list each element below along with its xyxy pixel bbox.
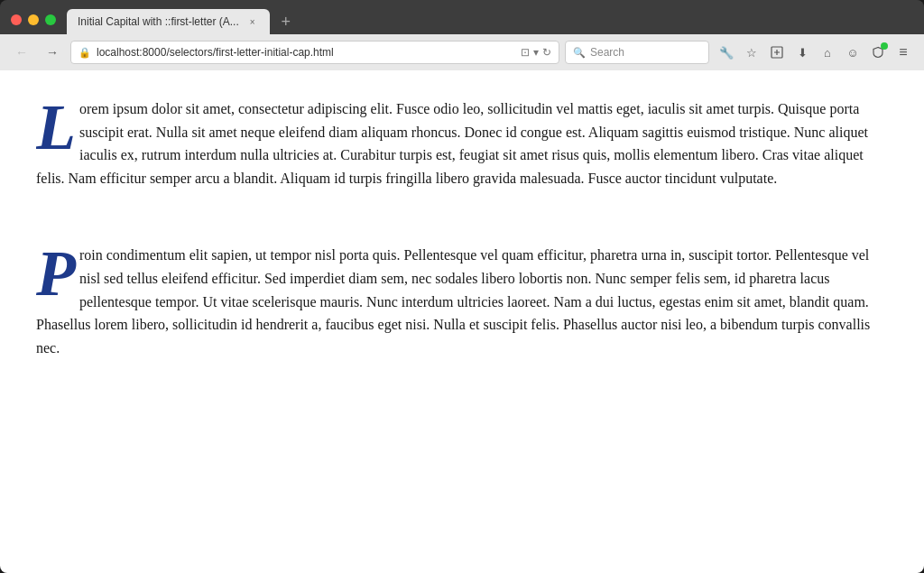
shield-icon[interactable] xyxy=(866,41,890,64)
title-bar: Initial Capital with ::first-letter (A..… xyxy=(0,0,924,34)
paragraph-block-2: P roin condimentum elit sapien, ut tempo… xyxy=(36,244,888,359)
first-letter-L: L xyxy=(36,103,76,152)
browser-window: Initial Capital with ::first-letter (A..… xyxy=(0,0,924,573)
address-bar[interactable]: 🔒 localhost:8000/selectors/first-letter-… xyxy=(70,41,559,64)
reader-icon[interactable]: ⊡ xyxy=(521,46,530,59)
page-content: L orem ipsum dolor sit amet, consectetur… xyxy=(0,70,924,573)
download-icon[interactable]: ⬇ xyxy=(790,41,814,64)
new-tab-button[interactable]: + xyxy=(273,9,299,34)
tabs-container: Initial Capital with ::first-letter (A..… xyxy=(67,9,924,34)
back-button[interactable]: ← xyxy=(9,40,34,65)
wrench-icon[interactable]: 🔧 xyxy=(715,41,738,64)
tab-title: Initial Capital with ::first-letter (A..… xyxy=(78,15,239,28)
nav-bar: ← → 🔒 localhost:8000/selectors/first-let… xyxy=(0,34,924,70)
emoji-icon[interactable]: ☺ xyxy=(841,41,864,64)
para2-text: roin condimentum elit sapien, ut tempor … xyxy=(36,247,870,355)
active-tab[interactable]: Initial Capital with ::first-letter (A..… xyxy=(67,9,270,34)
dropdown-icon[interactable]: ▾ xyxy=(533,46,539,59)
forward-icon: → xyxy=(46,45,59,60)
back-icon: ← xyxy=(15,45,28,60)
star-icon[interactable]: ☆ xyxy=(740,41,763,64)
secure-icon: 🔒 xyxy=(79,47,91,59)
search-icon: 🔍 xyxy=(573,47,586,59)
home-icon[interactable]: ⌂ xyxy=(816,41,839,64)
traffic-lights xyxy=(11,14,56,25)
para1-text: orem ipsum dolor sit amet, consectetur a… xyxy=(36,101,868,186)
menu-icon[interactable]: ≡ xyxy=(892,41,915,64)
paragraph-block-1: L orem ipsum dolor sit amet, consectetur… xyxy=(36,97,888,189)
first-letter-P: P xyxy=(36,249,76,298)
tab-close-button[interactable]: × xyxy=(246,15,259,28)
home-box-icon[interactable] xyxy=(765,41,789,64)
maximize-traffic-light[interactable] xyxy=(45,14,56,25)
url-text: localhost:8000/selectors/first-letter-in… xyxy=(97,46,515,59)
minimize-traffic-light[interactable] xyxy=(28,14,39,25)
refresh-icon[interactable]: ↻ xyxy=(542,46,551,59)
forward-button[interactable]: → xyxy=(40,40,65,65)
search-placeholder: Search xyxy=(590,46,624,59)
search-bar[interactable]: 🔍 Search xyxy=(565,41,709,64)
close-traffic-light[interactable] xyxy=(11,14,22,25)
addon-badge xyxy=(881,42,888,50)
toolbar-icons: 🔧 ☆ ⬇ ⌂ ☺ ≡ xyxy=(715,41,915,64)
address-actions: ⊡ ▾ ↻ xyxy=(521,46,551,59)
